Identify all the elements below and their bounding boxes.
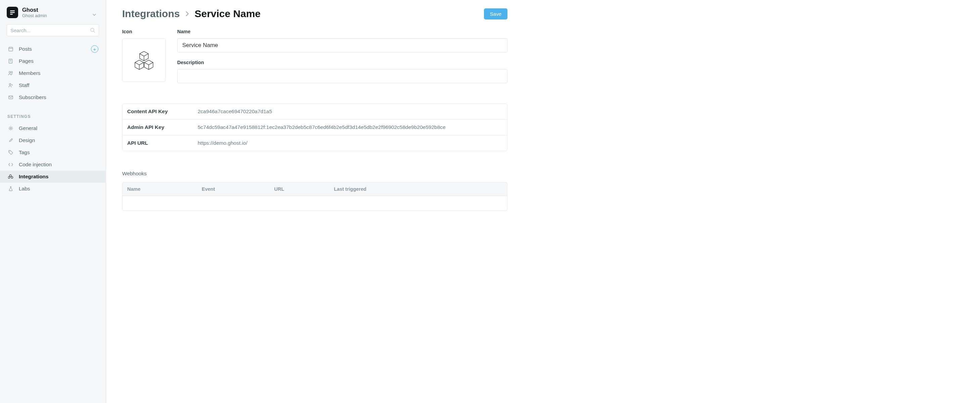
webhooks-body bbox=[122, 196, 508, 211]
chevron-down-icon bbox=[92, 13, 96, 17]
svg-point-13 bbox=[11, 72, 13, 73]
brush-icon bbox=[7, 138, 14, 143]
search-input-wrapper[interactable] bbox=[7, 24, 99, 36]
nav-posts[interactable]: Posts + bbox=[0, 43, 106, 55]
nav-code-injection[interactable]: Code injection bbox=[0, 159, 106, 170]
api-key-value: https://demo.ghost.io/ bbox=[198, 140, 503, 146]
svg-rect-2 bbox=[10, 14, 13, 14]
svg-rect-0 bbox=[10, 10, 15, 11]
nav-tags[interactable]: Tags bbox=[0, 147, 106, 159]
nav-label: General bbox=[19, 125, 37, 131]
api-keys-table: Content API Key 2ca946a7cace69470220a7d1… bbox=[122, 104, 508, 151]
nav-design[interactable]: Design bbox=[0, 134, 106, 147]
site-subtitle: Ghost admin bbox=[22, 13, 47, 18]
tag-icon bbox=[7, 150, 14, 155]
webhooks-col-last: Last triggered bbox=[334, 186, 503, 192]
integration-icon-uploader[interactable] bbox=[122, 38, 166, 82]
nav-label: Design bbox=[19, 137, 35, 143]
nav-label: Subscribers bbox=[19, 94, 46, 100]
chevron-right-icon bbox=[185, 11, 190, 16]
nav-label: Pages bbox=[19, 58, 33, 64]
save-button[interactable]: Save bbox=[484, 8, 508, 19]
search-input[interactable] bbox=[10, 27, 90, 33]
nav-labs[interactable]: Labs bbox=[0, 183, 106, 195]
api-row-admin-key[interactable]: Admin API Key 5c74dc59ac47a47e9158812f:1… bbox=[123, 119, 507, 135]
sidebar: Ghost Ghost admin Posts + bbox=[0, 0, 106, 403]
site-logo bbox=[7, 7, 18, 18]
svg-rect-1 bbox=[10, 12, 15, 13]
nav-subscribers[interactable]: Subscribers bbox=[0, 91, 106, 104]
svg-line-4 bbox=[94, 31, 95, 33]
nav-label: Posts bbox=[19, 46, 32, 52]
search-icon bbox=[90, 27, 95, 33]
svg-rect-5 bbox=[9, 47, 13, 51]
breadcrumb-root[interactable]: Integrations bbox=[122, 8, 180, 19]
nav-label: Labs bbox=[19, 186, 30, 192]
nav-label: Code injection bbox=[19, 161, 52, 167]
settings-section-label: SETTINGS bbox=[0, 104, 106, 121]
svg-point-14 bbox=[10, 84, 11, 85]
members-icon bbox=[7, 70, 14, 76]
api-key-value: 2ca946a7cace69470220a7d1a5 bbox=[198, 108, 503, 115]
add-post-button[interactable]: + bbox=[91, 45, 98, 53]
pages-icon bbox=[7, 59, 14, 64]
site-selector[interactable]: Ghost Ghost admin bbox=[0, 7, 106, 23]
svg-point-12 bbox=[9, 72, 11, 73]
api-row-api-url[interactable]: API URL https://demo.ghost.io/ bbox=[123, 135, 507, 151]
api-row-content-key[interactable]: Content API Key 2ca946a7cace69470220a7d1… bbox=[123, 104, 507, 119]
name-label: Name bbox=[177, 29, 508, 34]
nav-label: Integrations bbox=[19, 174, 49, 180]
nav-pages[interactable]: Pages bbox=[0, 55, 106, 67]
flask-icon bbox=[7, 186, 14, 191]
webhooks-header: Name Event URL Last triggered bbox=[122, 182, 508, 196]
nav-members[interactable]: Members bbox=[0, 67, 106, 79]
name-input[interactable] bbox=[177, 38, 508, 53]
nav-staff[interactable]: Staff bbox=[0, 79, 106, 91]
code-icon bbox=[7, 162, 14, 167]
api-key-label: API URL bbox=[127, 140, 198, 146]
breadcrumb: Integrations Service Name bbox=[122, 8, 261, 19]
site-title: Ghost bbox=[22, 7, 47, 13]
main-content: Integrations Service Name Save Icon bbox=[106, 0, 523, 403]
nav-integrations[interactable]: Integrations bbox=[0, 170, 106, 183]
settings-nav: General Design Tags Code injection bbox=[0, 121, 106, 196]
nav-label: Members bbox=[19, 70, 41, 76]
webhooks-col-event: Event bbox=[202, 186, 274, 192]
nav-label: Tags bbox=[19, 150, 30, 156]
description-label: Description bbox=[177, 60, 508, 65]
svg-point-17 bbox=[10, 151, 10, 152]
cubes-icon bbox=[134, 50, 154, 70]
svg-point-3 bbox=[91, 28, 94, 32]
breadcrumb-leaf: Service Name bbox=[195, 8, 261, 19]
svg-point-16 bbox=[10, 127, 11, 129]
webhooks-col-url: URL bbox=[274, 186, 334, 192]
gear-icon bbox=[7, 126, 14, 131]
staff-icon bbox=[7, 83, 14, 88]
integrations-icon bbox=[7, 174, 14, 179]
description-input[interactable] bbox=[177, 69, 508, 83]
mail-icon bbox=[7, 95, 14, 100]
webhooks-col-name: Name bbox=[127, 186, 202, 192]
api-key-label: Admin API Key bbox=[127, 124, 198, 130]
calendar-icon bbox=[7, 46, 14, 52]
api-key-label: Content API Key bbox=[127, 108, 198, 115]
primary-nav: Posts + Pages Members Staff bbox=[0, 42, 106, 104]
webhooks-title: Webhooks bbox=[122, 170, 508, 177]
api-key-value: 5c74dc59ac47a47e9158812f:1ec2ea37b2deb5c… bbox=[198, 124, 503, 130]
nav-general[interactable]: General bbox=[0, 122, 106, 134]
icon-label: Icon bbox=[122, 29, 166, 34]
nav-label: Staff bbox=[19, 82, 30, 88]
